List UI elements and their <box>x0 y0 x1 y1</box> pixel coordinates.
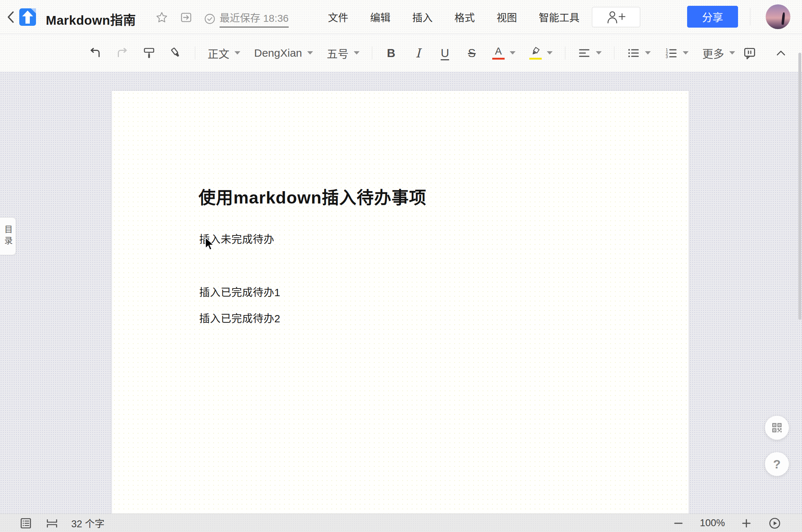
highlight-color-button[interactable] <box>528 44 554 63</box>
paragraph-todo-completed-2[interactable]: 插入已完成待办2 <box>199 310 280 325</box>
chevron-down-icon <box>645 51 651 55</box>
zoom-in-button[interactable] <box>739 516 753 530</box>
comment-button[interactable] <box>742 44 758 63</box>
chevron-down-icon <box>547 51 553 55</box>
font-family-dropdown[interactable]: DengXian <box>253 44 314 63</box>
chevron-left-icon <box>6 10 15 24</box>
share-button[interactable]: 分享 <box>687 6 738 28</box>
more-tools-label: 更多 <box>702 45 724 61</box>
bullet-list-dropdown[interactable] <box>625 44 652 63</box>
italic-label: I <box>416 47 420 59</box>
clear-format-button[interactable] <box>168 44 184 63</box>
page-view-toggle-button[interactable] <box>45 516 59 530</box>
strikethrough-button[interactable]: S <box>464 44 480 63</box>
zoom-level[interactable]: 100% <box>700 517 725 529</box>
toolbar-divider <box>565 47 565 60</box>
person-add-icon <box>606 10 626 24</box>
paragraph-todo-uncompleted[interactable]: 插入未完成待办 <box>199 231 274 246</box>
paragraph-style-value: 正文 <box>208 45 229 61</box>
chevron-up-icon <box>775 47 787 59</box>
chevron-down-icon <box>683 51 689 55</box>
formatting-toolbar: 正文 DengXian 五号 B I U S <box>0 34 802 72</box>
toolbar-divider <box>614 47 614 60</box>
toolbar-divider <box>372 47 372 60</box>
menu-insert[interactable]: 插入 <box>411 8 434 27</box>
outline-toggle-button[interactable] <box>19 516 33 530</box>
menu-file[interactable]: 文件 <box>326 8 350 27</box>
font-color-indicator: A <box>492 46 505 60</box>
app-logo-icon[interactable] <box>19 7 37 27</box>
question-mark-icon: ? <box>773 457 781 471</box>
menu-view[interactable]: 视图 <box>495 8 518 27</box>
document-canvas: 使用markdown插入待办事项 插入未完成待办 插入已完成待办1 插入已完成待… <box>0 72 802 513</box>
chevron-down-icon <box>354 51 360 55</box>
font-color-button[interactable]: A <box>491 44 517 63</box>
move-to-folder-button[interactable] <box>180 11 193 24</box>
word-count: 32 个字 <box>71 516 105 530</box>
highlight-swatch <box>529 58 542 60</box>
page-break-icon <box>45 517 59 530</box>
numbered-list-dropdown[interactable]: 1 2 3 <box>663 44 690 63</box>
paragraph-style-dropdown[interactable]: 正文 <box>206 44 242 63</box>
font-color-label: A <box>495 46 502 56</box>
vertical-scrollbar[interactable] <box>798 53 801 320</box>
undo-icon <box>89 47 102 60</box>
undo-button[interactable] <box>87 44 103 63</box>
qr-code-button[interactable] <box>765 416 789 440</box>
underline-button[interactable]: U <box>437 44 453 63</box>
folder-move-icon <box>180 11 192 24</box>
format-painter-button[interactable] <box>141 44 157 63</box>
font-size-dropdown[interactable]: 五号 <box>325 44 361 63</box>
add-collaborator-button[interactable] <box>592 7 640 27</box>
alignment-dropdown[interactable] <box>576 44 603 63</box>
user-avatar[interactable] <box>766 4 790 29</box>
paragraph-todo-completed-1[interactable]: 插入已完成待办1 <box>199 284 280 299</box>
chevron-down-icon <box>510 51 516 55</box>
redo-button[interactable] <box>114 44 130 63</box>
menu-edit[interactable]: 编辑 <box>369 8 392 27</box>
align-left-icon <box>578 47 591 60</box>
document-title[interactable]: Markdown指南 <box>46 10 136 28</box>
save-status-text: 最近保存 18:36 <box>220 10 289 28</box>
menu-smart-tools[interactable]: 智能工具 <box>537 8 581 27</box>
play-circle-icon <box>768 517 781 530</box>
italic-button[interactable]: I <box>410 44 426 63</box>
svg-text:3: 3 <box>666 55 668 59</box>
font-size-value: 五号 <box>327 45 349 61</box>
minus-icon <box>673 518 684 529</box>
header-divider <box>750 8 750 25</box>
app-window: Markdown指南 最近保存 18:36 <box>0 0 802 532</box>
comment-icon <box>743 46 757 60</box>
outline-list-icon <box>19 517 32 530</box>
star-icon <box>156 11 168 24</box>
toc-tab-label: 目录 <box>2 225 14 247</box>
highlighter-icon <box>530 46 541 56</box>
back-button[interactable] <box>5 10 16 24</box>
menu-format[interactable]: 格式 <box>453 8 476 27</box>
bullet-list-icon <box>627 47 640 60</box>
bold-label: B <box>387 47 395 59</box>
qr-code-icon <box>771 422 783 434</box>
highlight-indicator <box>529 46 542 60</box>
help-button[interactable]: ? <box>765 452 789 476</box>
present-mode-button[interactable] <box>768 516 782 530</box>
redo-icon <box>116 47 129 60</box>
save-status[interactable]: 最近保存 18:36 <box>204 10 289 28</box>
document-page[interactable]: 使用markdown插入待办事项 插入未完成待办 插入已完成待办1 插入已完成待… <box>112 91 689 513</box>
underline-label: U <box>441 47 449 59</box>
check-circle-icon <box>204 13 216 25</box>
more-tools-dropdown[interactable]: 更多 <box>701 44 737 63</box>
status-bar: 32 个字 100% <box>0 513 802 532</box>
bold-button[interactable]: B <box>383 44 399 63</box>
header: Markdown指南 最近保存 18:36 <box>0 0 802 34</box>
font-color-swatch <box>492 58 505 60</box>
toolbar-divider <box>195 47 195 60</box>
chevron-down-icon <box>729 51 735 55</box>
document-heading[interactable]: 使用markdown插入待办事项 <box>199 184 426 209</box>
collapse-toolbar-button[interactable] <box>773 44 789 63</box>
favorite-star-button[interactable] <box>155 11 168 24</box>
strikethrough-label: S <box>468 47 476 59</box>
toc-side-tab[interactable]: 目录 <box>0 217 16 255</box>
chevron-down-icon <box>596 51 602 55</box>
zoom-out-button[interactable] <box>671 516 685 530</box>
